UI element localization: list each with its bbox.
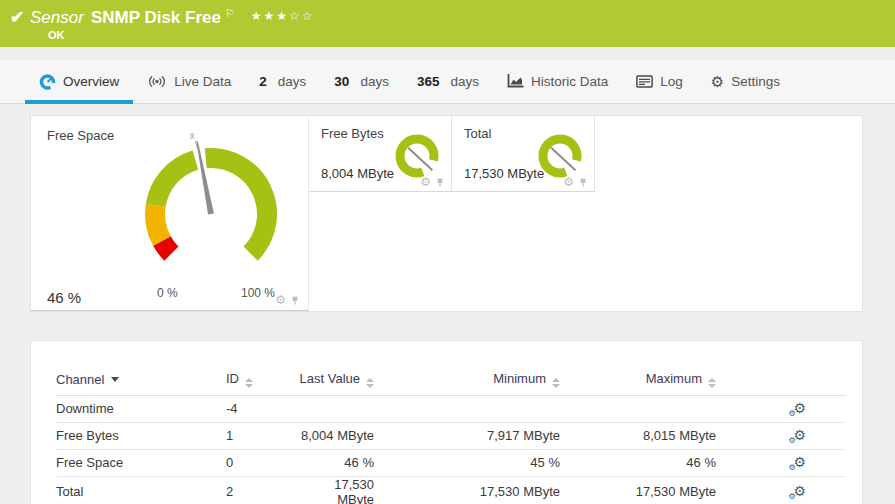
cell-last-value: 17,530 MByte (298, 476, 374, 504)
sort-desc-icon (111, 377, 119, 382)
tab-365-days-label: days (450, 74, 479, 89)
channel-settings-icon[interactable]: ⚙⚙ (793, 401, 806, 416)
sensor-name: SNMP Disk Free (91, 8, 221, 27)
channel-table: Channel ID Last Value Minimum Maximum Do… (56, 365, 846, 504)
sensor-status-badge: OK (48, 29, 65, 41)
gauges-panel: Free Space x̄ 0 % 100 % 46 % ⚙ Free Byte… (30, 115, 863, 312)
tab-log-label: Log (660, 74, 683, 89)
cell-minimum: 17,530 MByte (374, 476, 560, 504)
cell-last-value (298, 395, 374, 422)
tab-30-days[interactable]: 30 days (320, 60, 403, 104)
cell-last-value: 46 % (298, 449, 374, 476)
priority-stars[interactable]: ★★★☆☆ (251, 9, 315, 23)
cell-id: -4 (226, 395, 298, 422)
tab-2-days-label: days (278, 74, 307, 89)
gauge-tile-free-bytes: Free Bytes 8,004 MByte ⚙ (309, 116, 452, 192)
tile-gear-icon[interactable]: ⚙ (275, 294, 286, 306)
table-row: Free Bytes 1 8,004 MByte 7,917 MByte 8,0… (56, 422, 846, 449)
sensor-title-line: SensorSNMP Disk Free⚐★★★☆☆ (30, 7, 315, 28)
cell-id: 1 (226, 422, 298, 449)
cell-maximum: 46 % (560, 449, 716, 476)
tab-2-days-number: 2 (259, 74, 267, 89)
cell-channel: Free Space (56, 449, 226, 476)
pin-icon[interactable] (435, 177, 445, 188)
tab-settings-label: Settings (731, 74, 780, 89)
gauge-title: Free Bytes (321, 126, 384, 141)
gauge-current-value: 8,004 MByte (321, 166, 394, 181)
tab-live-data-label: Live Data (174, 74, 231, 89)
cell-maximum (560, 395, 716, 422)
table-header-row: Channel ID Last Value Minimum Maximum (56, 365, 846, 395)
gauge-mean-marker: x̄ (190, 131, 195, 141)
broadcast-icon (147, 75, 167, 88)
sort-icon (552, 378, 560, 388)
channel-settings-icon[interactable]: ⚙⚙ (793, 484, 806, 499)
priority-flag-icon[interactable]: ⚐ (225, 7, 235, 19)
tab-30-days-label: days (360, 74, 389, 89)
tile-gear-icon[interactable]: ⚙ (563, 176, 574, 188)
channel-settings-icon[interactable]: ⚙⚙ (793, 428, 806, 443)
tab-2-days[interactable]: 2 days (245, 60, 320, 104)
gauge-title: Total (464, 126, 491, 141)
sort-icon (366, 378, 374, 388)
cell-last-value: 8,004 MByte (298, 422, 374, 449)
channel-settings-icon[interactable]: ⚙⚙ (793, 455, 806, 470)
gauge-scale-min: 0 % (157, 286, 178, 300)
cell-maximum: 17,530 MByte (560, 476, 716, 504)
tab-historic-data[interactable]: Historic Data (493, 60, 622, 104)
tab-365-days-number: 365 (417, 74, 440, 89)
historic-chart-icon (507, 74, 524, 88)
settings-gear-icon: ⚙ (711, 74, 724, 89)
gauge-icon (39, 73, 56, 90)
free-bytes-mini-gauge (391, 130, 443, 182)
cell-channel: Free Bytes (56, 422, 226, 449)
column-header-channel[interactable]: Channel (56, 365, 226, 395)
table-row: Downtime -4 ⚙⚙ (56, 395, 846, 422)
pin-icon[interactable] (290, 295, 300, 306)
cell-channel: Total (56, 476, 226, 504)
table-row: Free Space 0 46 % 45 % 46 % ⚙⚙ (56, 449, 846, 476)
channel-table-panel: Channel ID Last Value Minimum Maximum Do… (30, 340, 863, 504)
log-list-icon (636, 75, 653, 88)
stars-empty[interactable]: ☆☆ (289, 9, 315, 23)
stars-filled[interactable]: ★★★ (251, 9, 289, 23)
gauge-tile-total: Total 17,530 MByte ⚙ (452, 116, 595, 192)
tab-overview[interactable]: Overview (25, 60, 133, 104)
tab-overview-label: Overview (63, 74, 119, 89)
cell-minimum (374, 395, 560, 422)
tab-365-days[interactable]: 365 days (403, 60, 493, 104)
column-header-last-value[interactable]: Last Value (298, 365, 374, 395)
tab-30-days-number: 30 (334, 74, 349, 89)
sort-icon (708, 378, 716, 388)
status-ok-check-icon: ✔ (10, 7, 24, 28)
cell-minimum: 7,917 MByte (374, 422, 560, 449)
gauge-scale-max: 100 % (241, 286, 275, 300)
cell-id: 0 (226, 449, 298, 476)
cell-channel: Downtime (56, 395, 226, 422)
sensor-header-bar: ✔ SensorSNMP Disk Free⚐★★★☆☆ OK (0, 0, 895, 47)
tab-bar: Overview Live Data 2 days 30 days 365 da… (0, 60, 895, 104)
cell-id: 2 (226, 476, 298, 504)
tab-live-data[interactable]: Live Data (133, 60, 245, 104)
tile-gear-icon[interactable]: ⚙ (420, 176, 431, 188)
tab-log[interactable]: Log (622, 60, 697, 104)
gauge-current-value: 46 % (47, 289, 81, 306)
column-header-maximum[interactable]: Maximum (560, 365, 716, 395)
gauge-title: Free Space (47, 128, 114, 143)
column-header-id[interactable]: ID (226, 365, 298, 395)
gauge-tile-free-space: Free Space x̄ 0 % 100 % 46 % ⚙ (31, 116, 309, 311)
cell-minimum: 45 % (374, 449, 560, 476)
free-space-gauge: x̄ (131, 130, 291, 290)
sort-icon (245, 378, 253, 388)
tab-settings[interactable]: ⚙ Settings (697, 60, 794, 104)
gauge-current-value: 17,530 MByte (464, 166, 544, 181)
sensor-type-label: Sensor (30, 8, 84, 27)
tab-historic-data-label: Historic Data (531, 74, 608, 89)
pin-icon[interactable] (578, 177, 588, 188)
table-row: Total 2 17,530 MByte 17,530 MByte 17,530… (56, 476, 846, 504)
cell-maximum: 8,015 MByte (560, 422, 716, 449)
column-header-minimum[interactable]: Minimum (374, 365, 560, 395)
